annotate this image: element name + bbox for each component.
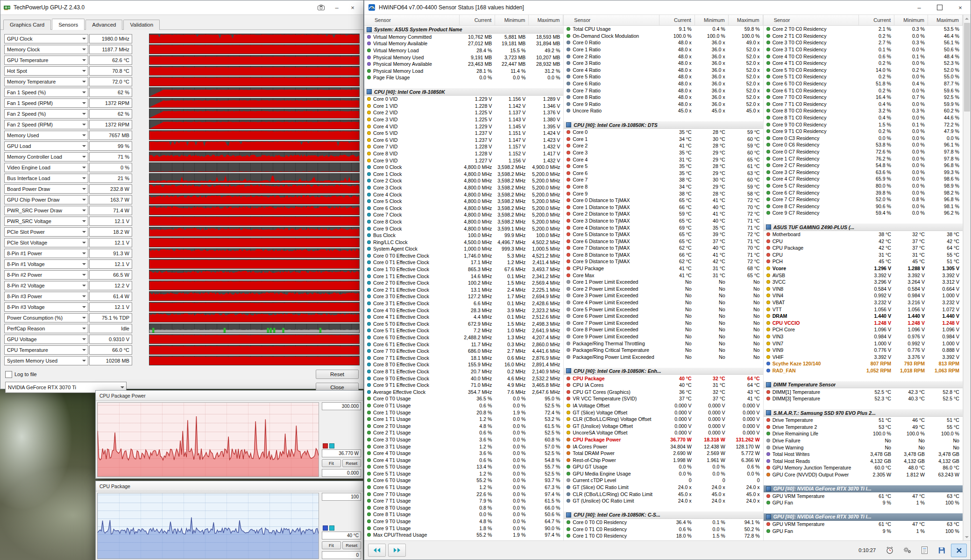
reset-button[interactable]: Reset	[342, 459, 361, 467]
sensor-row[interactable]: Core 4 C7 Residency65.9 %0.0 %98.6 %	[764, 175, 963, 182]
sensor-row[interactable]: Virtual Memory Committed10,762 MB5,881 M…	[364, 34, 563, 41]
log-to-file-checkbox[interactable]: Log to file	[5, 371, 37, 378]
sensor-row[interactable]: Core 2 T1 Usage0.6 %0.0 %52.5 %	[364, 429, 563, 436]
sensor-row[interactable]: Core 1 T1 Effective Clock14.6 MHz0.1 MHz…	[364, 273, 563, 280]
sensor-select[interactable]: 8-Pin #3 Voltage	[4, 302, 88, 312]
sensor-pane-3[interactable]: SensorCurrentMinimumMaximumCore 2 T0 C0 …	[764, 15, 963, 540]
close-sensors-button[interactable]	[951, 544, 967, 557]
sensor-row[interactable]: Core 9 C7 Residency59.4 %0.0 %96.2 %	[764, 210, 963, 217]
sensor-row[interactable]: Core 938 °C28 °C58 °C	[564, 190, 763, 197]
sensor-row[interactable]: Core 0 C3 Residency0.0 %0.0 %0.0 %	[764, 135, 963, 142]
sensor-select[interactable]: Hot Spot	[4, 66, 88, 76]
column-header[interactable]: Maximum	[928, 15, 963, 25]
sensor-row[interactable]: Core 7 T0 Usage22.6 %0.0 %97.4 %	[364, 490, 563, 497]
sensor-row[interactable]: Core 6 Ratio48.0 x36.0 x52.0 x	[564, 80, 763, 87]
fit-button[interactable]: Fit	[322, 459, 341, 467]
sensor-row[interactable]: CPU VCCIO1.248 V1.248 V1.248 V	[764, 320, 963, 327]
sensor-row[interactable]: Core 1 T1 Usage1.2 %0.0 %53.2 %	[364, 416, 563, 423]
sensor-row[interactable]: Core 1 T0 C0 Residency18.0 %1.5 %72.8 %	[564, 532, 763, 539]
sensor-row[interactable]: Core 2 C7 Residency54.8 %0.0 %96.8 %	[764, 162, 963, 169]
sensor-row[interactable]: Core 8 C7 Residency90.6 %0.0 %98.1 %	[764, 203, 963, 210]
sensor-row[interactable]: Core 7 T0 C0 Residency16.4 %0.7 %92.5 %	[764, 94, 963, 101]
sensor-row[interactable]: Core 9 Clock4,800.0 MHz3,599.1 MHz5,200.…	[364, 225, 563, 232]
sensor-row[interactable]: Core 1 T0 Effective Clock865.3 MHz67.6 M…	[364, 266, 563, 273]
sensor-row[interactable]: GT (Slice) Voltage Offset0.000 V0.000 V0…	[564, 409, 763, 416]
sensor-row[interactable]: Core 0 C7 Residency72.6 %0.0 %97.8 %	[764, 148, 963, 155]
gpuz-minimize-button[interactable]: –	[329, 1, 345, 14]
sensor-row[interactable]: DIMM[1] Temperature52.5 °C42.3 °C52.8 °C	[764, 388, 963, 395]
sensor-select[interactable]: PWR_SRC Power Draw	[4, 206, 88, 215]
sensor-row[interactable]: Core 8 T0 Effective Clock155.9 MHz16.0 M…	[364, 361, 563, 368]
sensor-group-header[interactable]: GPU [#0]: NVIDIA GeForce RTX 3070 Ti I..…	[764, 513, 963, 521]
sensor-row[interactable]: Core 0 C6 Residency53.8 %0.0 %96.1 %	[764, 141, 963, 148]
sensor-row[interactable]: Core 7 T1 C0 Residency0.4 %0.0 %59.9 %	[764, 101, 963, 108]
sensor-row[interactable]: Core 3 T0 C0 Residency2.7 %0.3 %56.1 %	[764, 39, 963, 46]
sensor-row[interactable]: Core 0 Clock4,800.0 MHz3,598.2 MHz4,900.…	[364, 164, 563, 171]
sensor-row[interactable]: CPU Package42 °C37 °C64 °C	[764, 245, 963, 252]
column-header[interactable]: Sensor	[364, 15, 460, 25]
column-header[interactable]: Minimum	[695, 15, 729, 25]
next-page-button[interactable]	[388, 544, 406, 557]
sensor-row[interactable]: VIN71.000 V0.992 V1.000 V	[764, 340, 963, 347]
sensor-row[interactable]: CPU Package40 °C32 °C64 °C	[564, 375, 763, 382]
sensor-row[interactable]: Core 9 T1 C0 Residency0.2 %0.0 %47.9 %	[764, 128, 963, 135]
sensor-row[interactable]: CPU42 °C37 °C42 °C	[764, 238, 963, 245]
previous-page-button[interactable]	[368, 544, 386, 557]
sensor-row[interactable]: Core 4 T1 Usage0.6 %0.0 %54.8 %	[364, 456, 563, 463]
sensor-row[interactable]: Core 7 Clock4,800.0 MHz3,598.2 MHz5,200.…	[364, 211, 563, 218]
sensor-row[interactable]: Package/Ring Critical TemperatureNoNoNo	[564, 347, 763, 354]
sensor-row[interactable]: Core 8 T1 Effective Clock20.7 MHz0.2 MHz…	[364, 368, 563, 375]
sensor-row[interactable]: Core 7 T0 Effective Clock686.0 MHz2.7 MH…	[364, 348, 563, 355]
scrollbar-track[interactable]	[964, 22, 971, 533]
sensor-row[interactable]: Core 0 Ratio48.0 x36.0 x49.0 x	[564, 39, 763, 46]
camera-screenshot-button[interactable]	[313, 1, 329, 14]
sensor-row[interactable]: Core 5 T1 Effective Clock7.2 MHz1.0 MHz2…	[364, 327, 563, 334]
sensor-row[interactable]: Core 8 VID1.228 V1.152 V1.417 V	[364, 150, 563, 157]
sensor-row[interactable]: Bus Clock100.0 MHz99.9 MHz100.0 MHz	[364, 232, 563, 239]
column-header[interactable]: Current	[460, 15, 495, 25]
sensor-row[interactable]: Core Max41 °C31 °C65 °C	[564, 272, 763, 279]
sensor-row[interactable]: VIN30.984 V0.976 V0.984 V	[764, 333, 963, 340]
sensor-row[interactable]: Core 738 °C30 °C60 °C	[564, 176, 763, 183]
sensor-select[interactable]: GPU Load	[4, 141, 88, 151]
sensor-row[interactable]: Core 1 Ratio48.0 x36.0 x52.0 x	[564, 46, 763, 53]
sensor-row[interactable]: Drive Remaining Life100.0 %100.0 %100.0 …	[764, 430, 963, 437]
reset-values-button[interactable]	[882, 544, 898, 557]
sensor-row[interactable]: Core 7 Ratio48.0 x36.0 x52.0 x	[564, 87, 763, 94]
sensor-row[interactable]: Physical Memory Used9,191 MB3,723 MB10,2…	[364, 54, 563, 61]
sensor-row[interactable]: GT (Unslice) OC Ratio Limit24.0 x24.0 x2…	[564, 497, 763, 504]
sensor-row[interactable]: Core 4 Distance to TjMAX69 °C35 °C71 °C	[564, 224, 763, 231]
sensor-row[interactable]: Package/Ring Thermal ThrottlingNoNoNo	[564, 340, 763, 347]
column-header[interactable]: Sensor	[764, 15, 859, 25]
sensor-row[interactable]: Core 8 T0 Usage0.8 %0.0 %66.0 %	[364, 504, 563, 511]
sensor-select[interactable]: 8-Pin #3 Power	[4, 292, 88, 301]
vertical-scrollbar[interactable]	[963, 15, 971, 540]
sensor-row[interactable]: Core 7 T1 Usage7.9 %0.0 %61.5 %	[364, 497, 563, 504]
sensor-row[interactable]: Drive FailureNoNoNo	[764, 437, 963, 444]
sensor-row[interactable]: Core 2 Distance to TjMAX59 °C41 °C72 °C	[564, 210, 763, 217]
sensor-row[interactable]: Core 0 T0 C0 Residency36.4 %0.1 %94.1 %	[564, 519, 763, 526]
sensor-row[interactable]: Core 5 T0 C0 Residency14.0 %0.2 %52.0 %	[764, 67, 963, 74]
sensor-row[interactable]: Core 2 Ratio48.0 x36.0 x52.0 x	[564, 53, 763, 60]
sensor-row[interactable]: Core 4 T0 Usage3.6 %0.0 %52.5 %	[364, 450, 563, 457]
sensor-row[interactable]: CPU31 °C31 °C55 °C	[764, 252, 963, 259]
tab-validation[interactable]: Validation	[123, 20, 160, 30]
sensor-row[interactable]: Core 3 Ratio48.0 x36.0 x52.0 x	[564, 60, 763, 67]
sensor-select[interactable]: PWR_SRC Voltage	[4, 217, 88, 226]
sensor-row[interactable]: Core 134 °C30 °C60 °C	[564, 136, 763, 143]
report-button[interactable]	[916, 544, 932, 557]
sensor-row[interactable]: GT (Unslice) Voltage Offset0.000 V0.000 …	[564, 422, 763, 429]
scrollbar-thumb[interactable]	[964, 23, 970, 112]
sensor-row[interactable]: Current cTDP Level000	[564, 477, 763, 484]
sensor-row[interactable]: Core 8 Distance to TjMAX66 °C41 °C71 °C	[564, 252, 763, 259]
sensor-row[interactable]: IA Voltage Offset0.000 V0.000 V0.000 V	[564, 402, 763, 409]
sensor-row[interactable]: Core 3 T1 Usage1.2 %0.0 %57.0 %	[364, 443, 563, 450]
sensor-row[interactable]: Drive Temperature51 °C46 °C51 °C	[764, 417, 963, 424]
sensor-row[interactable]: Total DRAM Power2.690 W2.569 W5.772 W	[564, 450, 763, 457]
sensor-row[interactable]: Max CPU/Thread Usage55.2 %1.9 %97.4 %	[364, 532, 563, 539]
sensor-row[interactable]: Virtual Memory Load28.4 %15.5 %49.2 %	[364, 47, 563, 54]
sensor-row[interactable]: Core 9 Ratio48.0 x36.0 x52.0 x	[564, 101, 763, 108]
sensor-row[interactable]: Total Host Writes3,478 GB3,478 GB3,478 G…	[764, 451, 963, 458]
sensor-row[interactable]: Core 3 C7 Residency63.6 %0.0 %99.3 %	[764, 168, 963, 175]
sensor-row[interactable]: Core 9 T1 Effective Clock71.0 MHz4.9 MHz…	[364, 382, 563, 389]
